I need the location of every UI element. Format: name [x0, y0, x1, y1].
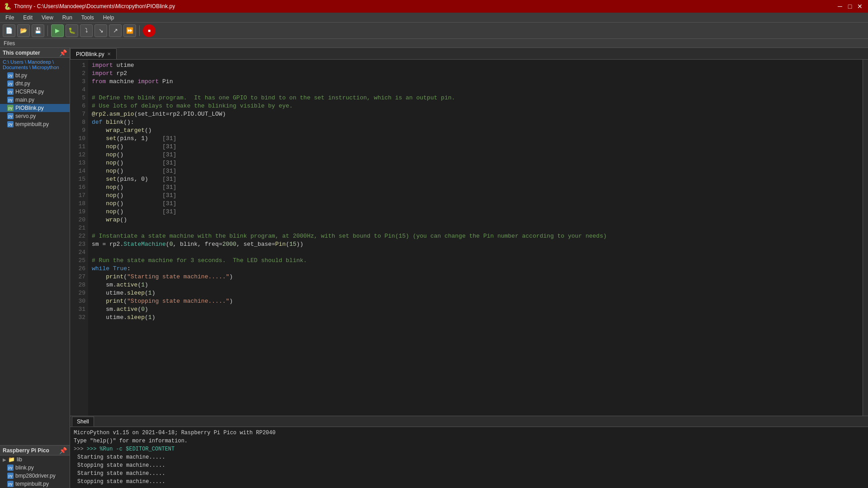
menu-file[interactable]: File	[2, 14, 18, 22]
py-icon: py	[7, 89, 14, 95]
this-computer-label: This computer	[3, 50, 40, 56]
close-button[interactable]: ✕	[855, 2, 864, 11]
sidebar-pin-icon[interactable]: 📌	[59, 49, 67, 56]
editor-scrollbar[interactable]	[863, 60, 868, 416]
py-icon: py	[7, 473, 14, 479]
shell-line-5: Stopping state machine.....	[74, 461, 864, 469]
toolbar-separator-1	[47, 25, 48, 36]
file-item-bt[interactable]: py bt.py	[0, 71, 70, 80]
code-editor[interactable]: 12345 678910 1112131415 1617181920 21222…	[70, 60, 868, 416]
menu-run[interactable]: Run	[59, 14, 76, 22]
py-icon-active: py	[7, 105, 14, 111]
py-icon: py	[7, 113, 14, 119]
file-item-hcsr04[interactable]: py HCSR04.py	[0, 88, 70, 96]
rpi-file-item-bmp280[interactable]: py bmp280driver.py	[0, 472, 70, 480]
step-out-button[interactable]: ↗	[109, 24, 122, 37]
py-icon: py	[7, 465, 14, 471]
rpi-file-name-bmp280: bmp280driver.py	[15, 473, 56, 479]
file-item-tempinbuilt[interactable]: py tempinbuilt.py	[0, 120, 70, 128]
py-icon: py	[7, 481, 14, 487]
raspberry-label: Raspberry Pi Pico	[3, 447, 49, 454]
rpi-file-name-tempinbuilt: tempinbuilt.py	[15, 481, 49, 487]
shell-line-6: Starting state machine.....	[74, 469, 864, 478]
py-icon: py	[7, 72, 14, 79]
sidebar: This computer 📌 C:\ Users \ Manodeep \ D…	[0, 48, 70, 488]
py-icon: py	[7, 80, 14, 87]
raspberry-section: Raspberry Pi Pico 📌 ▶ 📁 lib py blink.py …	[0, 445, 70, 488]
title-bar-left: 🐍 Thonny - C:\Users\Manodeep\Documents\M…	[4, 3, 175, 10]
folder-icon: 📁	[8, 456, 15, 463]
menu-view[interactable]: View	[38, 14, 57, 22]
save-file-button[interactable]: 💾	[32, 24, 44, 37]
file-name-tempinbuilt: tempinbuilt.py	[15, 121, 49, 127]
file-item-dht[interactable]: py dht.py	[0, 80, 70, 88]
editor-area: PIOBlink.py ✕ 12345 678910 1112131415 16…	[70, 48, 868, 488]
title-bar-controls: ─ □ ✕	[835, 2, 864, 11]
maximize-button[interactable]: □	[845, 2, 854, 11]
rpi-file-item-blink[interactable]: py blink.py	[0, 464, 70, 472]
app-icon: 🐍	[4, 3, 11, 10]
raspberry-pin-icon[interactable]: 📌	[59, 447, 67, 454]
files-label-bar: Files	[0, 39, 868, 48]
rpi-file-item-tempinbuilt[interactable]: py tempinbuilt.py	[0, 480, 70, 488]
file-name-bt: bt.py	[15, 72, 27, 79]
editor-tab-pioblink[interactable]: PIOBlink.py ✕	[70, 48, 117, 59]
menu-bar: File Edit View Run Tools Help	[0, 13, 868, 23]
shell-line-3: >>> >>> %Run -c $EDITOR_CONTENT	[74, 445, 864, 453]
run-button[interactable]: ▶	[51, 24, 64, 37]
shell-line-4: Starting state machine.....	[74, 453, 864, 461]
py-icon: py	[7, 121, 14, 127]
toolbar-separator-2	[139, 25, 140, 36]
folder-name-lib: lib	[17, 456, 22, 463]
code-content[interactable]: import utime import rp2 from machine imp…	[88, 60, 863, 416]
this-computer-section: C:\ Users \ Manodeep \ Documents \ Micro…	[0, 58, 70, 445]
files-label-text: Files	[4, 40, 15, 47]
computer-path[interactable]: C:\ Users \ Manodeep \ Documents \ Micro…	[0, 58, 70, 71]
open-file-button[interactable]: 📂	[17, 24, 30, 37]
window-title: Thonny - C:\Users\Manodeep\Documents\Mic…	[14, 3, 175, 9]
file-name-servo: servo.py	[15, 113, 36, 119]
toolbar: 📄 📂 💾 ▶ 🐛 ⤵ ↘ ↗ ⏩ ■	[0, 23, 868, 39]
line-numbers: 12345 678910 1112131415 1617181920 21222…	[70, 60, 88, 416]
file-item-main[interactable]: py main.py	[0, 96, 70, 104]
new-file-button[interactable]: 📄	[3, 24, 15, 37]
menu-tools[interactable]: Tools	[78, 14, 98, 22]
shell-header: Shell	[70, 416, 868, 427]
file-name-pioblink: PIOBlink.py	[15, 105, 44, 111]
file-item-servo[interactable]: py servo.py	[0, 112, 70, 120]
tab-close-button[interactable]: ✕	[107, 52, 111, 56]
file-name-hcsr04: HCSR04.py	[15, 89, 44, 95]
step-into-button[interactable]: ↘	[94, 24, 107, 37]
sidebar-files-header: This computer 📌	[0, 48, 70, 58]
shell-line-7: Stopping state machine.....	[74, 478, 864, 486]
rpi-file-name-blink: blink.py	[15, 465, 34, 471]
file-name-dht: dht.py	[15, 80, 30, 87]
raspberry-header: Raspberry Pi Pico 📌	[0, 446, 70, 455]
py-icon: py	[7, 97, 14, 103]
file-item-pioblink[interactable]: py PIOBlink.py	[0, 104, 70, 112]
shell-tab[interactable]: Shell	[72, 417, 94, 427]
menu-edit[interactable]: Edit	[19, 14, 36, 22]
shell-line-2: Type "help()" for more information.	[74, 437, 864, 445]
title-bar: 🐍 Thonny - C:\Users\Manodeep\Documents\M…	[0, 0, 868, 13]
shell-panel: Shell MicroPython v1.15 on 2021-04-18; R…	[70, 416, 868, 488]
debug-button[interactable]: 🐛	[66, 24, 78, 37]
menu-help[interactable]: Help	[99, 14, 118, 22]
step-over-button[interactable]: ⤵	[80, 24, 93, 37]
folder-expand-icon: ▶	[3, 457, 6, 462]
tab-label: PIOBlink.py	[76, 51, 104, 57]
minimize-button[interactable]: ─	[835, 2, 844, 11]
folder-item-lib[interactable]: ▶ 📁 lib	[0, 455, 70, 464]
shell-line-1: MicroPython v1.15 on 2021-04-18; Raspber…	[74, 429, 864, 437]
resume-button[interactable]: ⏩	[123, 24, 136, 37]
shell-content[interactable]: MicroPython v1.15 on 2021-04-18; Raspber…	[70, 427, 868, 488]
file-name-main: main.py	[15, 97, 34, 103]
editor-tabs: PIOBlink.py ✕	[70, 48, 868, 60]
main-layout: This computer 📌 C:\ Users \ Manodeep \ D…	[0, 48, 868, 488]
stop-button[interactable]: ■	[143, 24, 156, 37]
